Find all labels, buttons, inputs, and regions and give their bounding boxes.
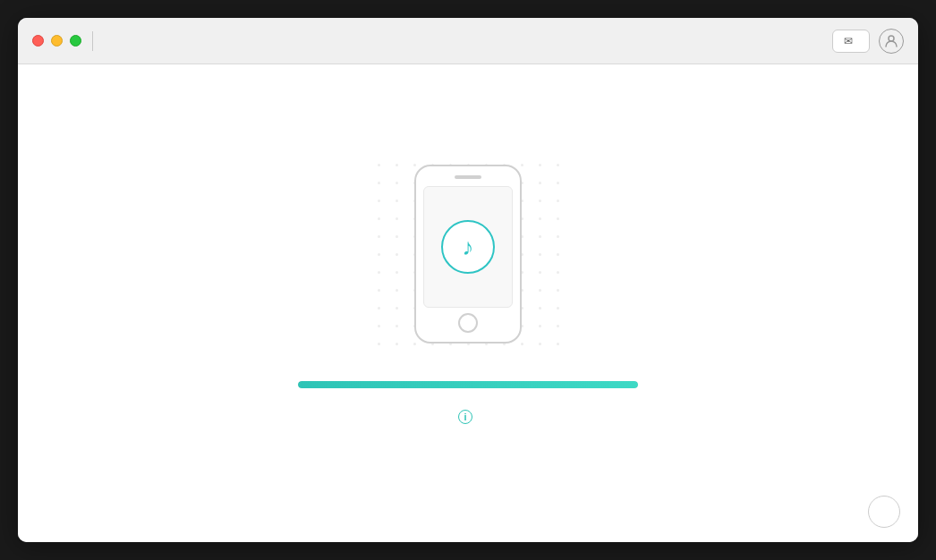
phone-illustration: // Generate dots inline const grid = doc… bbox=[414, 165, 522, 344]
title-bar-right: ✉ bbox=[832, 29, 904, 54]
title-bar: ✉ bbox=[18, 18, 918, 64]
close-button[interactable] bbox=[32, 35, 44, 47]
envelope-icon: ✉ bbox=[844, 35, 853, 47]
info-icon: i bbox=[458, 410, 472, 424]
main-content: // Generate dots inline const grid = doc… bbox=[18, 64, 918, 542]
help-button[interactable] bbox=[868, 496, 900, 528]
progress-bar-fill bbox=[298, 381, 638, 388]
app-window: ✉ // Generate dots inline const grid = d… bbox=[18, 18, 918, 542]
minimize-button[interactable] bbox=[51, 35, 63, 47]
phone-frame: ♪ bbox=[414, 165, 522, 344]
music-note-icon: ♪ bbox=[463, 233, 474, 261]
maximize-button[interactable] bbox=[70, 35, 81, 47]
itunes-icon-circle: ♪ bbox=[441, 220, 495, 274]
warning-message: i bbox=[458, 410, 478, 424]
phone-screen: ♪ bbox=[423, 186, 513, 308]
progress-bar-container bbox=[298, 381, 638, 388]
traffic-lights bbox=[32, 35, 81, 47]
phone-speaker bbox=[455, 175, 481, 179]
user-icon bbox=[884, 34, 898, 48]
user-account-button[interactable] bbox=[879, 29, 904, 54]
svg-point-0 bbox=[889, 36, 894, 41]
back-button[interactable] bbox=[104, 31, 123, 51]
feedback-button[interactable]: ✉ bbox=[832, 30, 870, 53]
divider bbox=[92, 31, 93, 51]
phone-home-button bbox=[458, 313, 478, 333]
status-section: i bbox=[244, 370, 692, 424]
